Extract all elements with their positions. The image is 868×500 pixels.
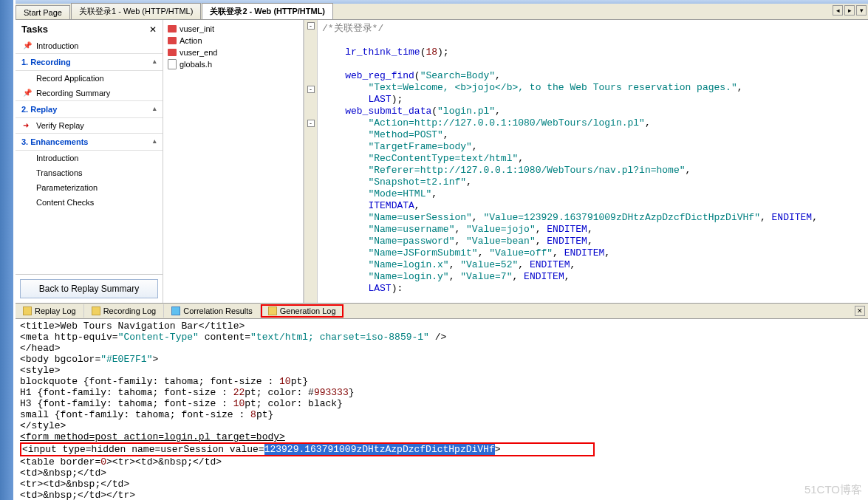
- fold-icon[interactable]: -: [307, 86, 315, 93]
- task-record-application[interactable]: Record Application: [16, 71, 163, 86]
- document-tabbar: Start Page 关联登录1 - Web (HTTP/HTML) 关联登录2…: [16, 4, 868, 20]
- code-gutter: - - -: [304, 20, 318, 303]
- bottom-tabbar: Replay Log Recording Log Correlation Res…: [16, 303, 868, 319]
- tree-vuser-init[interactable]: vuser_init: [166, 23, 300, 35]
- tree-globals-h[interactable]: globals.h: [166, 58, 300, 70]
- pin-icon: 📌: [23, 89, 32, 97]
- tasks-pane: Tasks ✕ 📌Introduction 1. Recording Recor…: [16, 20, 163, 303]
- task-parameterization[interactable]: Parameterization: [16, 180, 163, 195]
- correlation-icon: [171, 306, 180, 315]
- tab-recording-log[interactable]: Recording Log: [84, 304, 165, 318]
- code-content: /*关联登录*/ lr_think_time(18); web_reg_find…: [304, 20, 868, 298]
- back-to-replay-summary-button[interactable]: Back to Replay Summary: [20, 279, 158, 298]
- close-icon[interactable]: ✕: [149, 24, 157, 35]
- tab-script-1[interactable]: 关联登录1 - Web (HTTP/HTML): [71, 3, 201, 19]
- arrow-icon: ➜: [23, 121, 29, 129]
- tab-replay-log[interactable]: Replay Log: [16, 304, 84, 318]
- fold-icon[interactable]: -: [307, 22, 315, 30]
- task-enh-intro[interactable]: Introduction: [16, 151, 163, 165]
- task-recording-summary[interactable]: 📌Recording Summary: [16, 86, 163, 100]
- task-section-replay[interactable]: 2. Replay: [16, 100, 163, 118]
- task-transactions[interactable]: Transactions: [16, 165, 163, 180]
- task-section-enhancements[interactable]: 3. Enhancements: [16, 133, 163, 151]
- script-tree: vuser_init Action vuser_end globals.h: [163, 20, 304, 303]
- tasks-title: Tasks: [21, 24, 48, 35]
- code-editor[interactable]: - - - /*关联登录*/ lr_think_time(18); web_re…: [304, 20, 868, 303]
- task-verify-replay[interactable]: ➜Verify Replay: [16, 118, 163, 133]
- tab-correlation-results[interactable]: Correlation Results: [164, 304, 261, 318]
- task-content-checks[interactable]: Content Checks: [16, 195, 163, 210]
- tab-next-icon[interactable]: ▸: [844, 5, 855, 16]
- log-icon: [268, 306, 277, 315]
- tab-script-2[interactable]: 关联登录2 - Web (HTTP/HTML): [202, 3, 333, 19]
- generation-log-output[interactable]: <title>Web Tours Navigation Bar</title> …: [16, 319, 868, 500]
- close-icon[interactable]: ✕: [855, 306, 865, 316]
- tab-start-page[interactable]: Start Page: [16, 5, 70, 19]
- task-introduction[interactable]: 📌Introduction: [16, 38, 163, 53]
- task-section-recording[interactable]: 1. Recording: [16, 53, 163, 71]
- tree-vuser-end[interactable]: vuser_end: [166, 47, 300, 58]
- fold-icon[interactable]: -: [307, 120, 315, 127]
- log-icon: [23, 306, 32, 315]
- tab-generation-log[interactable]: Generation Log: [261, 304, 344, 318]
- left-dock-stripe: [0, 0, 13, 500]
- pin-icon: 📌: [23, 41, 32, 49]
- watermark: 51CTO博客: [804, 483, 862, 497]
- tab-prev-icon[interactable]: ◂: [833, 5, 843, 16]
- tab-menu-icon[interactable]: ▾: [856, 5, 867, 16]
- tree-action[interactable]: Action: [166, 35, 300, 47]
- log-icon: [92, 306, 100, 315]
